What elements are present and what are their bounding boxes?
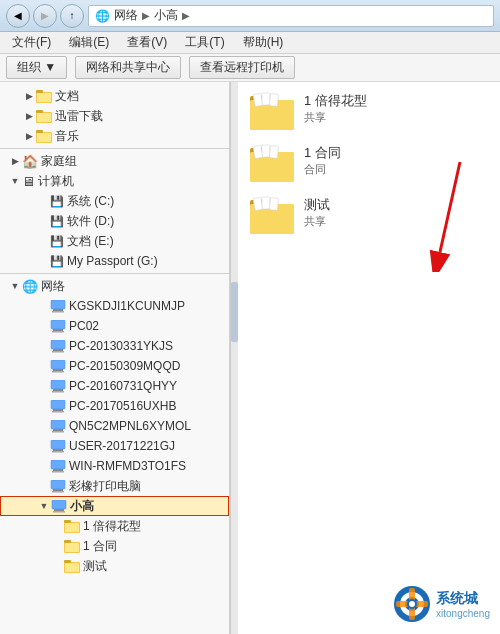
sidebar-item-drive-g[interactable]: 💾 My Passport (G:): [0, 251, 229, 271]
sidebar-item-computer[interactable]: ▼ 🖥 计算机: [0, 171, 229, 191]
sidebar-item-documents[interactable]: ▶ 文档: [0, 86, 229, 106]
expand-icon: [36, 254, 50, 268]
big-folder-icon-1: [248, 92, 296, 132]
svg-rect-56: [269, 94, 278, 107]
sidebar-label-pc2017: PC-20170516UXHB: [69, 399, 176, 413]
watermark-logo: [392, 584, 432, 624]
item-name-3: 测试: [304, 196, 330, 214]
content-item-2[interactable]: 1 合同 合同: [248, 144, 490, 184]
expand-icon: [36, 419, 50, 433]
watermark-url: xitongcheng: [436, 608, 490, 619]
svg-rect-35: [52, 471, 64, 473]
big-folder-icon-3: [248, 196, 296, 236]
sidebar-item-qn5c[interactable]: QN5C2MPNL6XYMOL: [0, 416, 229, 436]
scrollbar-thumb[interactable]: [231, 282, 238, 342]
content-item-1[interactable]: 1 倍得花型 共享: [248, 92, 490, 132]
svg-rect-23: [52, 391, 64, 393]
sidebar-label-drive-c: 系统 (C:): [67, 193, 114, 210]
menu-view[interactable]: 查看(V): [119, 32, 175, 53]
sidebar-item-printer[interactable]: 彩橡打印电脑: [0, 476, 229, 496]
breadcrumb-xiaogao[interactable]: 小高: [154, 7, 178, 24]
main-container: ▶ 文档 ▶ 迅雷下载 ▶ 音乐: [0, 82, 500, 634]
network-share-button[interactable]: 网络和共享中心: [75, 56, 181, 79]
menu-tools[interactable]: 工具(T): [177, 32, 232, 53]
svg-rect-22: [53, 389, 63, 391]
content-item-3[interactable]: 测试 共享: [248, 196, 490, 236]
svg-rect-30: [51, 440, 65, 449]
sidebar-item-pc-2013[interactable]: PC-20130331YKJS: [0, 336, 229, 356]
titlebar: ◀ ▶ ↑ 🌐 网络 ▶ 小高 ▶: [0, 0, 500, 32]
expand-icon-xiaogao: ▼: [37, 499, 51, 513]
expand-icon: [50, 559, 64, 573]
sidebar-item-pc-kgsk[interactable]: KGSKDJI1KCUNMJP: [0, 296, 229, 316]
sidebar-item-homegroup[interactable]: ▶ 🏠 家庭组: [0, 151, 229, 171]
svg-rect-34: [53, 469, 63, 471]
sidebar-item-pc-2017[interactable]: PC-20170516UXHB: [0, 396, 229, 416]
sidebar-scrollbar[interactable]: [230, 82, 238, 634]
sidebar-label-folder2: 1 合同: [83, 538, 117, 555]
sidebar-item-pc02[interactable]: PC02: [0, 316, 229, 336]
sidebar-item-user[interactable]: USER-20171221GJ: [0, 436, 229, 456]
svg-rect-16: [53, 349, 63, 351]
divider-1: [0, 148, 229, 149]
sidebar-item-network[interactable]: ▼ 🌐 网络: [0, 276, 229, 296]
sidebar-item-drive-d[interactable]: 💾 软件 (D:): [0, 211, 229, 231]
svg-rect-9: [51, 300, 65, 309]
folder-icon-3: [64, 559, 80, 573]
sidebar-item-pc-2016[interactable]: PC-20160731QHYY: [0, 376, 229, 396]
sidebar-item-folder3[interactable]: 测试: [0, 556, 229, 576]
svg-rect-24: [51, 400, 65, 409]
expand-icon: [36, 319, 50, 333]
svg-rect-14: [52, 331, 64, 333]
expand-icon: [36, 339, 50, 353]
sidebar-item-win-rmf[interactable]: WIN-RMFMD3TO1FS: [0, 456, 229, 476]
svg-rect-12: [51, 320, 65, 329]
folder-icon-2: [64, 539, 80, 553]
svg-rect-13: [53, 329, 63, 331]
item-name-1: 1 倍得花型: [304, 92, 367, 110]
up-button[interactable]: ↑: [60, 4, 84, 28]
breadcrumb-network[interactable]: 网络: [114, 7, 138, 24]
sidebar-item-drive-e[interactable]: 💾 文档 (E:): [0, 231, 229, 251]
svg-rect-28: [53, 429, 63, 431]
sidebar-item-xunlei[interactable]: ▶ 迅雷下载: [0, 106, 229, 126]
sidebar-item-xiaogao[interactable]: ▼ 小高: [0, 496, 229, 516]
drive-icon-g: 💾: [50, 255, 64, 268]
sidebar-item-folder2[interactable]: 1 合同: [0, 536, 229, 556]
svg-rect-18: [51, 360, 65, 369]
sidebar-item-music[interactable]: ▶ 音乐: [0, 126, 229, 146]
svg-rect-41: [53, 511, 65, 513]
forward-button[interactable]: ▶: [33, 4, 57, 28]
expand-icon: [50, 519, 64, 533]
watermark-site: 系统城: [436, 590, 490, 608]
back-button[interactable]: ◀: [6, 4, 30, 28]
sidebar: ▶ 文档 ▶ 迅雷下载 ▶ 音乐: [0, 82, 230, 634]
svg-rect-8: [37, 133, 51, 142]
breadcrumb[interactable]: 🌐 网络 ▶ 小高 ▶: [88, 5, 494, 27]
item-info-1: 1 倍得花型 共享: [304, 92, 367, 125]
sidebar-item-pc-2015[interactable]: PC-20150309MQQD: [0, 356, 229, 376]
organize-button[interactable]: 组织 ▼: [6, 56, 67, 79]
remote-printer-button[interactable]: 查看远程打印机: [189, 56, 295, 79]
folder-icon-1: [64, 519, 80, 533]
sidebar-label-qn5c: QN5C2MPNL6XYMOL: [69, 419, 191, 433]
watermark-text-group: 系统城 xitongcheng: [436, 590, 490, 619]
content-with-arrow: 1 倍得花型 共享 1 合同: [248, 92, 490, 236]
expand-icon: ▶: [22, 89, 36, 103]
svg-rect-25: [53, 409, 63, 411]
sidebar-item-drive-c[interactable]: 💾 系统 (C:): [0, 191, 229, 211]
svg-rect-36: [51, 480, 65, 489]
svg-point-77: [409, 601, 415, 607]
menu-help[interactable]: 帮助(H): [235, 32, 292, 53]
sidebar-label-winrmf: WIN-RMFMD3TO1FS: [69, 459, 186, 473]
svg-rect-29: [52, 431, 64, 433]
pc-icon-winrmf: [50, 460, 66, 473]
menu-file[interactable]: 文件(F): [4, 32, 59, 53]
sidebar-label-homegroup: 家庭组: [41, 153, 77, 170]
sidebar-item-folder1[interactable]: 1 倍得花型: [0, 516, 229, 536]
svg-rect-1: [36, 90, 43, 93]
nav-buttons: ◀ ▶ ↑: [6, 4, 84, 28]
menu-edit[interactable]: 编辑(E): [61, 32, 117, 53]
svg-rect-19: [53, 369, 63, 371]
pc-icon-2013: [50, 340, 66, 353]
